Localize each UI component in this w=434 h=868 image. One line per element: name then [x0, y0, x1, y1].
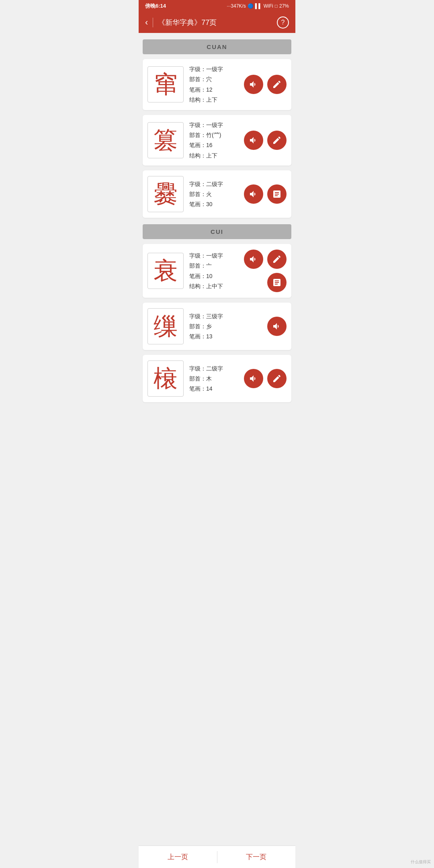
info-row: 笔画：30 [189, 200, 238, 209]
info-row: 部首：火 [189, 190, 238, 199]
character-info: 字级：一级字部首：亠笔画：10结构：上中下 [189, 251, 233, 291]
character-display: 篡 [154, 128, 178, 152]
info-row: 笔画：14 [189, 384, 238, 393]
character-actions [244, 184, 287, 204]
character-actions [238, 250, 287, 292]
info-row: 字级：一级字 [189, 121, 238, 129]
character-display: 衰 [154, 259, 178, 283]
character-box[interactable]: 衰 [147, 253, 184, 289]
status-bar: 傍晚6:14 ···347K/s 🔵 ▌▌ WiFi □ 27% [139, 0, 295, 12]
info-row: 笔画：10 [189, 272, 233, 280]
info-row: 笔画：16 [189, 141, 238, 149]
character-box[interactable]: 缫 [147, 308, 184, 344]
app-header: ‹ 《新华字典》77页 ? [139, 12, 295, 33]
character-card: 衰字级：一级字部首：亠笔画：10结构：上中下 [143, 244, 291, 298]
character-box[interactable]: 窜 [147, 66, 184, 102]
status-right: ···347K/s 🔵 ▌▌ WiFi □ 27% [227, 3, 289, 9]
info-row: 结构：上中下 [189, 282, 233, 291]
info-row: 结构：上下 [189, 95, 238, 104]
edit-button[interactable] [267, 369, 287, 388]
character-info: 字级：二级字部首：木笔画：14 [189, 364, 238, 393]
battery-icon: □ [275, 3, 278, 9]
character-box[interactable]: 榱 [147, 360, 184, 397]
info-row: 部首：竹(⺮) [189, 131, 238, 139]
back-button[interactable]: ‹ [145, 17, 148, 28]
character-display: 榱 [154, 366, 178, 391]
edit-button[interactable] [267, 250, 287, 269]
character-card: 篡字级：一级字部首：竹(⺮)笔画：16结构：上下 [143, 115, 291, 166]
sound-button[interactable] [244, 250, 263, 269]
prev-page-button[interactable]: 上一页 [139, 846, 217, 868]
character-box[interactable]: 篡 [147, 122, 184, 158]
main-content: CUAN窜字级：一级字部首：穴笔画：12结构：上下篡字级：一级字部首：竹(⺮)笔… [139, 33, 295, 845]
bluetooth-icon: 🔵 [248, 3, 254, 9]
wifi-icon: WiFi [264, 3, 273, 9]
next-page-button[interactable]: 下一页 [217, 846, 296, 868]
help-button[interactable]: ? [277, 16, 289, 29]
info-row: 字级：二级字 [189, 180, 238, 188]
sound-button[interactable] [244, 131, 263, 150]
character-card: 窜字级：一级字部首：穴笔画：12结构：上下 [143, 59, 291, 110]
info-row: 字级：三级字 [189, 312, 262, 321]
network-speed: ···347K/s [227, 3, 246, 9]
sound-button[interactable] [244, 369, 263, 388]
character-display: 窜 [154, 72, 178, 96]
character-card: 爨字级：二级字部首：火笔画：30 [143, 170, 291, 218]
status-time: 傍晚6:14 [145, 2, 166, 10]
character-card: 缫字级：三级字部首：乡笔画：13 [143, 303, 291, 350]
notebook-button[interactable] [267, 184, 287, 204]
info-row: 字级：一级字 [189, 65, 238, 74]
page-title: 《新华字典》77页 [158, 18, 272, 27]
sound-button[interactable] [244, 184, 263, 204]
edit-button[interactable] [267, 131, 287, 150]
character-info: 字级：三级字部首：乡笔画：13 [189, 312, 262, 341]
info-row: 部首：乡 [189, 322, 262, 331]
info-row: 结构：上下 [189, 151, 238, 160]
character-display: 缫 [154, 314, 178, 338]
character-actions [244, 75, 287, 94]
character-box[interactable]: 爨 [147, 176, 184, 212]
info-row: 部首：穴 [189, 75, 238, 84]
character-actions [244, 369, 287, 388]
info-row: 笔画：12 [189, 85, 238, 94]
info-row: 笔画：13 [189, 332, 262, 341]
character-info: 字级：一级字部首：竹(⺮)笔画：16结构：上下 [189, 121, 238, 160]
info-row: 字级：二级字 [189, 364, 238, 373]
header-divider [153, 18, 153, 27]
sound-button[interactable] [267, 317, 287, 336]
section-header-cuan: CUAN [143, 39, 291, 54]
character-display: 爨 [154, 182, 178, 206]
character-info: 字级：一级字部首：穴笔画：12结构：上下 [189, 65, 238, 104]
character-info: 字级：二级字部首：火笔画：30 [189, 180, 238, 209]
notebook-button[interactable] [267, 273, 287, 292]
info-row: 部首：木 [189, 374, 238, 383]
edit-button[interactable] [267, 75, 287, 94]
sound-button[interactable] [244, 75, 263, 94]
battery-level: 27% [279, 3, 289, 9]
character-actions [267, 317, 287, 336]
character-actions [244, 131, 287, 150]
info-row: 字级：一级字 [189, 251, 233, 260]
bottom-navigation: 上一页 下一页 [139, 845, 295, 868]
character-card: 榱字级：二级字部首：木笔画：14 [143, 355, 291, 402]
section-header-cui: CUI [143, 224, 291, 239]
signal-icon: ▌▌ [255, 3, 262, 9]
info-row: 部首：亠 [189, 261, 233, 270]
